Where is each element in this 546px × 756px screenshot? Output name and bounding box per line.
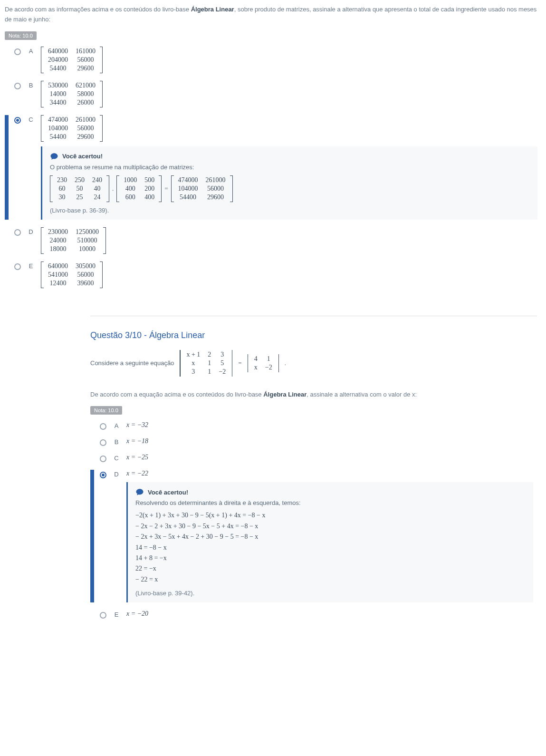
q2-option-a[interactable]: A 640000161000204000560005440029600 [5, 43, 541, 77]
feedback-ref: (Livro-base p. 36-39). [50, 207, 530, 214]
q3-equation: Considere a seguinte equação x + 123x153… [90, 350, 537, 377]
comment-icon [135, 488, 144, 496]
q2-feedback: Você acertou! O problema se resume na mu… [41, 146, 537, 220]
option-letter: A [27, 47, 35, 55]
radio-e[interactable] [14, 263, 21, 270]
comment-icon [50, 152, 58, 161]
q2-option-e[interactable]: E 640000305000541000560001240039600 [5, 258, 541, 292]
matrix-c: 474000261000104000560005440029600 [41, 115, 103, 142]
option-letter: C [27, 115, 35, 123]
radio-c[interactable] [14, 117, 21, 124]
matrix-d: 2300001250000240005100001800010000 [41, 227, 106, 254]
radio-b[interactable] [14, 83, 21, 89]
divider [90, 316, 537, 316]
feedback-line: O problema se resume na multiplicação de… [50, 164, 530, 171]
q3-intro: De acordo com a equação acima e os conte… [90, 390, 537, 400]
matrix-e: 640000305000541000560001240039600 [41, 262, 103, 288]
feedback-title: Você acertou! [148, 489, 188, 496]
consider-label: Considere a seguinte equação [90, 359, 174, 367]
radio-a[interactable] [100, 423, 106, 430]
radio-a[interactable] [14, 48, 21, 55]
q3-options: A x = −32 B x = −18 C x = −25 D x = −22 [90, 417, 537, 622]
q3-option-c[interactable]: C x = −25 [90, 450, 537, 466]
q3-option-e[interactable]: E x = −20 [90, 606, 537, 622]
q3-feedback: Você acertou! Resolvendo os determinante… [126, 482, 533, 602]
q2-intro-prefix: De acordo com as informações acima e os … [5, 6, 191, 13]
q2-nota-badge: Nota: 10.0 [5, 31, 37, 40]
option-letter: B [27, 81, 35, 89]
q3-option-a[interactable]: A x = −32 [90, 417, 537, 434]
option-letter: D [27, 227, 35, 235]
q3-option-b[interactable]: B x = −18 [90, 434, 537, 450]
q2-intro: De acordo com as informações acima e os … [5, 5, 541, 25]
radio-d[interactable] [100, 472, 106, 478]
radio-d[interactable] [14, 229, 21, 236]
option-letter: E [27, 262, 35, 270]
q2-option-d[interactable]: D 2300001250000240005100001800010000 [5, 223, 541, 258]
q2-intro-bold: Álgebra Linear [191, 6, 234, 13]
q2-option-b[interactable]: B 53000062100014000580003440026000 [5, 77, 541, 111]
matrix-a: 640000161000204000560005440029600 [41, 47, 103, 73]
radio-c[interactable] [100, 456, 106, 462]
q2-options: A 640000161000204000560005440029600 B 53… [5, 43, 541, 292]
feedback-ref: (Livro-base p. 39-42). [135, 590, 526, 597]
q3-option-d[interactable]: D x = −22 Você acertou! Resolvendo os de… [90, 466, 537, 606]
feedback-line: Resolvendo os determinantes à direita e … [135, 499, 526, 506]
feedback-title: Você acertou! [62, 153, 103, 160]
q2-option-c[interactable]: C 474000261000104000560005440029600 Você… [5, 111, 541, 223]
q3-title: Questão 3/10 - Álgebra Linear [90, 330, 537, 340]
radio-b[interactable] [100, 439, 106, 446]
matrix-b: 53000062100014000580003440026000 [41, 81, 103, 107]
feedback-steps: −2(x + 1) + 3x + 30 − 9 − 5(x + 1) + 4x … [135, 510, 526, 585]
q3-nota-badge: Nota: 10.0 [90, 406, 122, 415]
radio-e[interactable] [100, 612, 106, 619]
